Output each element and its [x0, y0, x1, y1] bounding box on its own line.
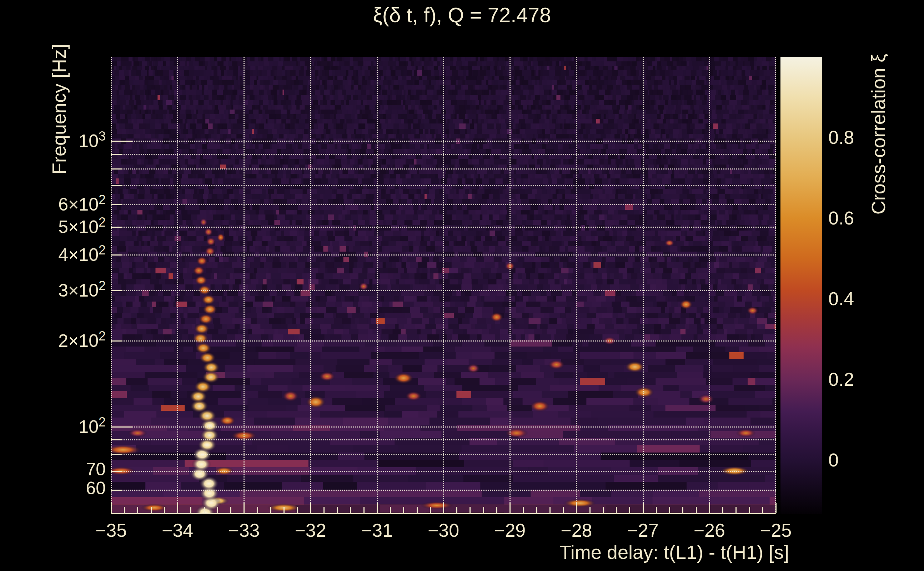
x-minor-tick [603, 507, 604, 513]
figure-root: ξ(δ t, f), Q = 72.478 Frequency [Hz] −35… [0, 0, 924, 571]
x-major-tick [510, 503, 511, 513]
gridline-x [177, 57, 178, 514]
y-tick [111, 471, 122, 472]
x-major-tick [177, 503, 178, 513]
x-minor-tick [257, 507, 258, 513]
x-major-tick [377, 503, 378, 513]
x-minor-tick [403, 507, 404, 513]
x-tick-label: −30 [408, 520, 479, 541]
x-tick-label: −28 [541, 520, 612, 541]
gridline-x [443, 57, 444, 514]
x-minor-tick [363, 507, 365, 513]
x-minor-tick [204, 507, 205, 513]
y-tick-label: 60 [16, 478, 106, 498]
x-minor-tick [483, 507, 484, 513]
x-major-tick [310, 503, 311, 513]
y-minor-tick [111, 185, 122, 186]
x-major-tick [443, 503, 444, 513]
x-minor-tick [390, 507, 391, 513]
gridline-x [310, 57, 311, 514]
x-major-tick [576, 503, 577, 513]
x-minor-tick [164, 507, 165, 513]
gridline-y [111, 255, 776, 256]
x-minor-tick [563, 507, 564, 513]
x-minor-tick [417, 507, 418, 513]
gridline-x [510, 57, 511, 514]
colorbar-tick-label: 0.8 [828, 127, 854, 148]
gridline-y [111, 204, 776, 205]
x-minor-tick [337, 507, 338, 513]
x-axis-line [111, 513, 776, 514]
x-minor-tick [323, 507, 324, 513]
x-minor-tick [456, 507, 457, 513]
x-minor-tick [523, 507, 524, 513]
x-minor-tick [629, 507, 630, 513]
y-tick [111, 290, 122, 291]
colorbar-tick-label: 0 [828, 449, 839, 471]
x-minor-tick [722, 507, 723, 513]
gridline-y [111, 227, 776, 228]
y-tick [111, 426, 133, 427]
x-minor-tick [217, 507, 218, 513]
x-minor-tick [616, 507, 617, 513]
y-axis-title: Frequency [Hz] [48, 16, 70, 202]
plot-frame-left [111, 57, 112, 514]
gridline-x [709, 57, 710, 514]
x-major-tick [111, 503, 112, 513]
y-tick-label: 102 [16, 415, 106, 437]
x-minor-tick [283, 507, 284, 513]
x-minor-tick [696, 507, 697, 513]
y-tick [111, 255, 122, 256]
gridline-x [643, 57, 644, 514]
y-tick-label: 70 [16, 459, 106, 480]
x-tick-label: −34 [142, 520, 213, 541]
gridline-y [111, 290, 776, 291]
x-tick-label: −26 [674, 520, 745, 541]
x-major-tick [643, 503, 644, 513]
gridline-y [111, 471, 776, 472]
x-minor-tick [350, 507, 351, 513]
gridline-y [111, 341, 776, 341]
gridline-x [576, 57, 577, 514]
x-axis-title: Time delay: t(L1) - t(H1) [s] [428, 541, 789, 563]
x-minor-tick [430, 507, 431, 513]
y-tick-label: 3×102 [16, 278, 106, 301]
y-minor-tick [111, 454, 122, 455]
x-minor-tick [137, 507, 138, 513]
y-tick-label: 103 [16, 129, 106, 151]
x-tick-label: −32 [275, 520, 346, 541]
gridline-y [111, 168, 776, 170]
gridline-y [111, 185, 776, 186]
x-tick-label: −31 [341, 520, 413, 541]
x-tick-label: −35 [75, 520, 147, 541]
x-minor-tick [496, 507, 498, 513]
x-minor-tick [151, 507, 152, 513]
y-minor-tick [111, 168, 122, 170]
x-minor-tick [656, 507, 657, 513]
gridline-y [111, 490, 776, 491]
y-tick [111, 341, 122, 341]
colorbar-title: Cross-correlation ξ [867, 42, 889, 227]
x-minor-tick [749, 507, 750, 513]
plot-frame-right [775, 57, 776, 514]
x-minor-tick [124, 507, 125, 513]
x-minor-tick [190, 507, 192, 513]
x-tick-label: −33 [208, 520, 280, 541]
x-tick-label: −27 [607, 520, 679, 541]
y-minor-tick [111, 439, 122, 440]
y-tick [111, 490, 122, 491]
plot-title: ξ(δ t, f), Q = 72.478 [0, 3, 924, 27]
x-major-tick [776, 503, 777, 513]
gridline-x [244, 57, 244, 514]
x-minor-tick [470, 507, 471, 513]
y-tick [111, 140, 133, 142]
y-tick-label: 2×102 [16, 329, 106, 351]
colorbar-tick-label: 0.6 [828, 207, 854, 229]
gridline-y [111, 154, 776, 155]
x-minor-tick [270, 507, 271, 513]
y-tick [111, 227, 122, 228]
x-minor-tick [735, 507, 737, 513]
colorbar-tick-label: 0.4 [828, 288, 854, 309]
gridline-y [111, 140, 776, 142]
colorbar-tick-label: 0.2 [828, 369, 854, 390]
